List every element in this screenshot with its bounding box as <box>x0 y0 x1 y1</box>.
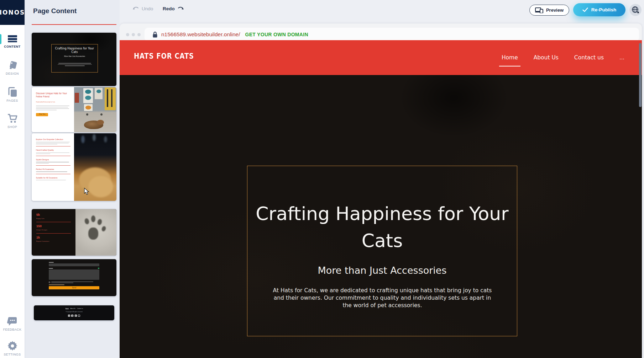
website-builder-app: Undo Redo Preview Re-Publish <box>0 0 644 358</box>
republish-button[interactable]: Re-Publish <box>573 3 625 16</box>
site-brand[interactable]: HATS FOR CATS <box>134 52 194 60</box>
site-header: HATS FOR CATS Home About Us Contact us … <box>120 40 642 75</box>
check-icon <box>582 7 588 12</box>
feature-heading: Stylish Designs <box>36 159 68 161</box>
redo-button[interactable]: Redo <box>163 6 184 11</box>
panel-accent-rule <box>32 24 116 25</box>
stat-label: Happy Cats <box>36 218 56 219</box>
site-url[interactable]: n1566589.websitebuilder.online/ <box>161 31 240 38</box>
devices-icon <box>535 7 543 13</box>
stat-value: 5k <box>36 213 71 217</box>
nav-contact[interactable]: Contact us <box>574 54 604 61</box>
undo-button[interactable]: Undo <box>132 6 153 11</box>
section-thumb-features[interactable]: Explore Our Exquisite Collection Hand-Cr… <box>32 133 116 201</box>
social-icon <box>68 315 70 317</box>
required-fields-note <box>49 284 64 285</box>
browser-window-dots <box>126 33 141 36</box>
section-thumb-footer[interactable]: HomeAbout UsContact us ©Copyright. All r… <box>34 305 114 320</box>
globe-icon <box>632 6 639 14</box>
nav-more-ellipsis[interactable]: … <box>619 55 625 60</box>
section-thumb-promo[interactable]: Discover Unique Hats for Your Feline Fri… <box>32 87 116 132</box>
stat-value: 1k <box>36 236 71 239</box>
feature-heading: Suitable for All Occasions <box>36 177 68 179</box>
sidebar-item-pages[interactable]: PAGES <box>0 87 25 102</box>
hero-body-text: At Hats for Cats, we are dedicated to cr… <box>272 287 493 309</box>
stat-value: 150 <box>36 224 71 228</box>
redo-label: Redo <box>163 6 175 11</box>
consent-checkbox <box>49 282 50 283</box>
features-thumb-photo <box>74 133 116 201</box>
hero-thumb-title: Crafting Happiness for Your Cats <box>52 47 98 54</box>
hero-section-editable[interactable]: Crafting Happiness for Your Cats More th… <box>247 166 517 336</box>
section-thumb-hero[interactable]: Crafting Happiness for Your Cats More th… <box>32 33 116 86</box>
section-thumb-stats[interactable]: 5k Happy Cats 150 Unique Designs 1k Repe… <box>32 209 116 256</box>
get-domain-link[interactable]: GET YOUR OWN DOMAIN <box>245 32 308 37</box>
republish-label: Re-Publish <box>591 7 617 12</box>
contact-thumb-form: Send <box>49 262 99 289</box>
redo-arrow-icon <box>177 6 184 11</box>
sidebar-item-content[interactable]: CONTENT <box>0 35 25 48</box>
settings-icon <box>7 341 18 351</box>
send-button-thumb: Send <box>49 286 99 289</box>
page-content-panel: Page Content Crafting Happiness for Your… <box>25 0 120 358</box>
panel-title: Page Content <box>33 7 77 15</box>
hero-thumb-box: Crafting Happiness for Your Cats More th… <box>51 44 98 73</box>
stats-thumb-photo <box>75 209 116 256</box>
social-icon <box>71 315 73 317</box>
sidebar-item-settings[interactable]: SETTINGS <box>0 341 25 356</box>
promo-thumb-subheading: Handcrafted Exclusively for Cats <box>36 101 70 103</box>
site-viewport: HATS FOR CATS Home About Us Contact us …… <box>120 40 642 358</box>
feature-heading: Hand-Crafted Quality <box>36 149 68 151</box>
features-thumb-copy: Explore Our Exquisite Collection Hand-Cr… <box>32 133 74 201</box>
site-preview-frame: n1566589.websitebuilder.online/ GET YOUR… <box>120 23 642 358</box>
hero-thumb-textlines <box>52 63 98 66</box>
app-sidebar: IONOS CONTENT DESIGN PAGES <box>0 0 25 358</box>
section-thumb-contact[interactable]: Send <box>32 259 116 296</box>
footer-thumb-copyright: ©Copyright. All rights reserved. <box>34 311 114 314</box>
undo-arrow-icon <box>132 6 140 11</box>
hero-thumb-subtitle: More than Just Accessories <box>61 55 88 57</box>
nav-about[interactable]: About Us <box>534 54 559 61</box>
stat-label: Repeat Customers <box>36 240 56 242</box>
preview-scrollbar[interactable] <box>639 43 642 107</box>
footer-thumb-social-icons <box>34 315 114 317</box>
sidebar-item-design[interactable]: DESIGN <box>0 60 25 75</box>
promo-thumb-copy: Discover Unique Hats for Your Feline Fri… <box>32 87 74 132</box>
promo-thumb-button: Shop Now <box>36 113 48 116</box>
ionos-logo[interactable]: IONOS <box>0 0 25 25</box>
field-status-icon <box>98 268 99 269</box>
globe-menu-button[interactable] <box>629 4 642 16</box>
hero-background: Crafting Happiness for Your Cats More th… <box>120 75 642 358</box>
hero-title: Crafting Happiness for Your Cats <box>247 200 517 254</box>
pages-icon <box>7 87 17 97</box>
preview-label: Preview <box>546 7 564 13</box>
sidebar-item-shop[interactable]: SHOP <box>0 113 25 129</box>
design-icon <box>7 60 18 70</box>
nav-home[interactable]: Home <box>502 54 518 61</box>
content-icon <box>7 35 17 43</box>
stat-label: Unique Designs <box>36 229 56 231</box>
preview-button[interactable]: Preview <box>529 5 569 16</box>
feedback-icon <box>7 316 18 326</box>
shop-icon <box>7 113 18 124</box>
undo-label: Undo <box>142 6 153 11</box>
promo-thumb-textlines <box>36 106 70 110</box>
site-nav: Home About Us Contact us … <box>502 40 625 75</box>
hero-subtitle: More than Just Accessories <box>247 265 517 276</box>
browser-url-bar: n1566589.websitebuilder.online/ GET YOUR… <box>145 28 639 41</box>
lock-icon <box>152 31 158 38</box>
promo-thumb-photo <box>74 87 116 132</box>
footer-thumb-links: HomeAbout UsContact us <box>34 308 114 310</box>
feature-heading: Perfect Fit Guarantee <box>36 168 68 170</box>
stats-thumb-copy: 5k Happy Cats 150 Unique Designs 1k Repe… <box>32 209 75 256</box>
promo-thumb-heading: Discover Unique Hats for Your Feline Fri… <box>36 92 70 98</box>
sidebar-item-feedback[interactable]: FEEDBACK <box>0 316 25 331</box>
feature-heading: Explore Our Exquisite Collection <box>36 138 68 140</box>
social-icon <box>78 315 80 317</box>
social-icon <box>75 315 77 317</box>
